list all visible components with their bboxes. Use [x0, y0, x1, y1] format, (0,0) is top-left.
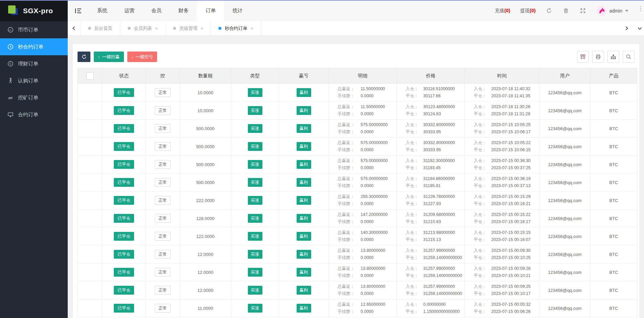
open-price-value: 30116.51000000 [423, 85, 455, 93]
select-all-checkbox[interactable] [86, 72, 94, 80]
trash-icon[interactable] [563, 7, 570, 14]
collapse-sidebar-icon[interactable] [68, 0, 89, 21]
force-lose-label: 一键控亏 [135, 54, 153, 60]
control-button[interactable]: 正常 [155, 106, 171, 115]
control-button[interactable]: 正常 [155, 304, 171, 313]
nav-item-members[interactable]: 会员 [143, 0, 170, 21]
sidebar-item-subscription-orders[interactable]: 认购订单 [0, 72, 68, 89]
total-return-value: 140.30000000 [361, 229, 388, 236]
type-badge: 买涨 [248, 304, 262, 313]
more-menu-icon[interactable]: ⋮ [638, 7, 643, 10]
column-header-status: 状态 [102, 68, 146, 84]
total-return-value: 575.00000000 [361, 139, 388, 146]
force-lose-button[interactable]: ↓ 一键控亏 [127, 52, 157, 62]
sidebar-item-second-contract-orders[interactable]: 秒合约订单 [0, 38, 68, 55]
force-win-button[interactable]: ↑ 一键控赢 [94, 52, 124, 62]
close-price-label: 平仓： [406, 146, 423, 154]
nav-item-statistics[interactable]: 统计 [224, 0, 251, 21]
time-cell: 入仓：2023-07-15 00:15:15 平仓：2023-07-15 00:… [465, 227, 539, 245]
open-price-value: 31257.99000000 [423, 283, 455, 290]
fee-label: 手续费： [338, 200, 361, 207]
amount-cell: 500.0000 [180, 138, 231, 156]
columns-filter-button[interactable] [577, 51, 589, 63]
tab-close-icon[interactable]: × [155, 26, 158, 31]
user-cell: 123456@qq.com [539, 120, 591, 138]
fee-label: 手续费： [338, 111, 361, 118]
total-return-label: 总赢返： [338, 103, 361, 111]
total-return-label: 总赢返： [338, 301, 361, 308]
control-button[interactable]: 正常 [155, 214, 171, 223]
nav-item-label: 会员 [151, 7, 162, 14]
tabs-scroll-right-icon[interactable] [624, 26, 629, 31]
total-return-value: 575.00000000 [361, 157, 388, 164]
control-button[interactable]: 正常 [155, 88, 171, 97]
close-price-value: 31215.13 [423, 236, 441, 243]
tab-second-contract-orders[interactable]: 秒合约订单 × [211, 21, 261, 35]
recharge-link[interactable]: 充值(0) [495, 8, 510, 14]
sidebar-item-mining-orders[interactable]: 挖矿订单 [0, 89, 68, 106]
monitor-icon [7, 112, 14, 118]
status-badge: 已平仓 [114, 106, 134, 115]
tab-dashboard[interactable]: 后台首页 [81, 21, 120, 35]
sidebar-item-coin-orders[interactable]: cc 币币订单 [0, 21, 68, 38]
sidebar-item-contract-orders[interactable]: 合约订单 [0, 106, 68, 123]
close-price-value: 31259.14000000000 [423, 272, 462, 279]
tab-close-icon[interactable]: × [200, 26, 203, 31]
control-button[interactable]: 正常 [155, 286, 171, 295]
control-button[interactable]: 正常 [155, 178, 171, 187]
close-price-label: 平仓： [406, 111, 423, 118]
open-time-label: 入仓： [474, 175, 491, 182]
withdraw-link[interactable]: 提现(0) [520, 8, 536, 14]
nav-item-orders[interactable]: 订单 [197, 0, 224, 21]
product-cell: BTC [591, 84, 637, 102]
open-price-label: 入仓： [406, 247, 423, 254]
total-return-value: 12.65000000 [361, 301, 385, 308]
control-button[interactable]: 正常 [155, 232, 171, 241]
close-price-value: 31185.81 [423, 182, 441, 190]
print-button[interactable] [592, 51, 604, 63]
control-button[interactable]: 正常 [155, 142, 171, 151]
user-menu[interactable]: admin [597, 6, 628, 16]
nav-item-finance[interactable]: 财务 [170, 0, 197, 21]
total-return-value: 13.80000000 [361, 283, 385, 290]
close-time-value: 2023-07-15 00:37:13 [491, 182, 531, 190]
tab-label: 充值管理 [179, 25, 197, 32]
detail-cell: 总赢返：255.30000000 手续费：0.0000 [329, 192, 397, 210]
tab-close-icon[interactable]: × [251, 26, 253, 31]
user-cell: 123456@qq.com [539, 192, 591, 210]
user-cell: 123456@qq.com [539, 299, 591, 317]
refresh-table-button[interactable] [78, 52, 90, 62]
open-price-value: 31209.68000000 [423, 211, 455, 218]
open-price-value: 31213.98000000 [423, 229, 455, 236]
nav-item-system[interactable]: 系统 [89, 0, 116, 21]
tab-label: 秒合约订单 [224, 25, 248, 32]
mining-hands-icon [7, 95, 14, 101]
refresh-icon[interactable] [546, 7, 553, 14]
close-time-label: 平仓： [474, 272, 491, 279]
open-price-label: 入仓： [406, 139, 423, 146]
control-button[interactable]: 正常 [155, 268, 171, 277]
brand-logo[interactable]: SGX-pro [0, 0, 68, 21]
control-button[interactable]: 正常 [155, 160, 171, 169]
total-return-value: 255.30000000 [361, 193, 388, 200]
control-button[interactable]: 正常 [155, 124, 171, 133]
close-time-value: 2023-07-18 11:31:28 [491, 111, 530, 118]
export-button[interactable] [607, 51, 619, 63]
open-price-value: 31184.66000000 [423, 175, 455, 182]
status-badge: 已平仓 [114, 232, 134, 241]
nav-item-operation[interactable]: 运营 [116, 0, 143, 21]
username: admin [609, 8, 622, 14]
close-time-label: 平仓： [474, 93, 491, 100]
tabs-menu-chevron-icon[interactable] [638, 26, 642, 31]
fee-label: 手续费： [338, 308, 361, 315]
tab-member-list[interactable]: 会员列表 × [120, 21, 166, 35]
product-cell: BTC [591, 120, 637, 138]
sidebar-item-finance-orders[interactable]: G 理财订单 [0, 55, 68, 72]
tab-recharge-management[interactable]: 充值管理 × [166, 21, 211, 35]
close-time-label: 平仓： [474, 200, 491, 207]
control-button[interactable]: 正常 [155, 250, 171, 259]
control-button[interactable]: 正常 [155, 196, 171, 205]
fullscreen-icon[interactable] [580, 7, 586, 14]
tabs-scroll-left-icon[interactable] [68, 21, 81, 35]
search-button[interactable] [623, 51, 635, 63]
